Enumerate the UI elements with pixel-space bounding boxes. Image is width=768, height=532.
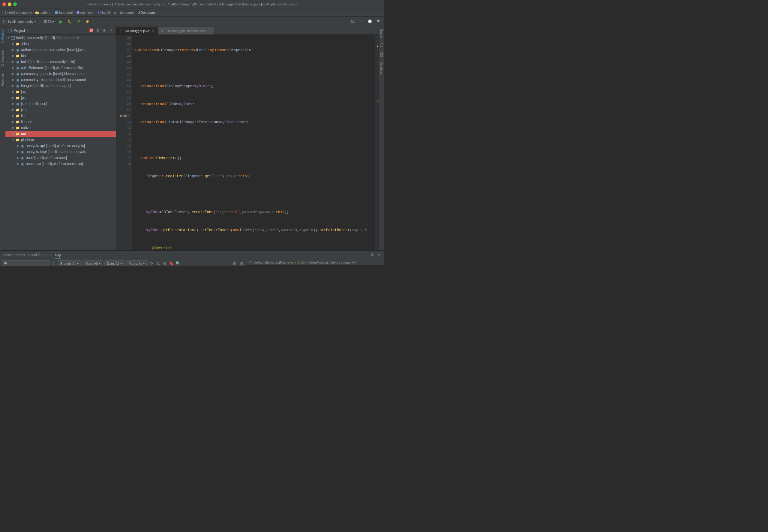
code-content[interactable]: public class UiDebugger extends JPanel i… [132,35,375,250]
paths-filter[interactable]: Paths: All ▾ [126,260,148,266]
sidebar-tab-gradle[interactable]: Gradle [379,26,384,40]
history-button[interactable]: 🕐 [366,18,374,25]
panel-collapse-btn[interactable]: ⊟ [95,28,100,33]
close-button[interactable] [2,2,6,6]
panel-settings-btn[interactable]: ⚙ [102,28,107,33]
sidebar-tab-ant[interactable]: Ant [379,40,384,49]
git-button[interactable]: Git: [348,18,357,25]
bc-debugger[interactable]: debugger [120,11,134,14]
svg-point-2 [76,11,79,14]
user-filter-chevron: ▾ [99,262,100,265]
traffic-lights[interactable] [2,2,17,6]
tab-log[interactable]: Log [55,251,61,259]
minimize-button[interactable] [8,2,11,6]
tree-item-aether[interactable]: ▶ ▣ aether-dependency-resolver [intellij… [5,47,116,53]
tree-item-analysis-api[interactable]: ▶ ▣ analysis-api [intellij.platform.anal… [5,143,116,149]
tree-item-colorschemes[interactable]: ▶ ▣ colorSchemes [intellij.platform.colo… [5,65,116,71]
bc-ui[interactable]: ui [114,11,117,14]
sidebar-tab-project[interactable]: 1: Project [0,26,5,46]
editor-tab-extension[interactable]: J UiDebuggerExtension.java ✕ [158,27,214,34]
java-file-icon: J [120,29,123,33]
bc-intellij[interactable]: intellij [102,11,111,14]
vc-settings-btn[interactable]: ⚙ [369,252,375,258]
vc-expand-btn[interactable]: ⊞ [232,261,237,266]
tree-item-label: community-guitests [intellij.idea.commu [21,72,84,76]
run-icon: ▶ [59,19,63,24]
vc-search-commit-btn[interactable]: 🔍 [175,261,181,266]
gutter-42: 42 [116,125,132,131]
code-line-28: private final JBTabs myTabs; [134,101,375,107]
code-line-27: private final DialogWrapper myDialog; [134,83,375,89]
vc-file-list: ▼ src/com/intellij/testFramework/propert… [246,266,384,266]
tree-item-guitests[interactable]: ▶ ▣ community-guitests [intellij.idea.co… [5,71,116,77]
vc-dir-header[interactable]: ▼ src/com/intellij/testFramework/propert… [246,266,384,266]
panel-chevron[interactable]: ▾ [27,29,28,32]
tree-item-out[interactable]: ▶ 📁 out [5,131,116,137]
vc-close-btn[interactable]: ✕ [376,252,381,258]
tree-item-java[interactable]: ▶ 📁 java [5,89,116,95]
module-icon: ▣ [20,162,25,166]
vc-tag-btn[interactable]: 🔖 [169,261,174,266]
tree-item-bootstrap[interactable]: ▶ ▣ bootstrap [intellij.platform.bootstr… [5,161,116,167]
bc-src[interactable]: src [80,11,85,14]
project-selector[interactable]: intellij-community ▾ [1,18,38,25]
tree-item-label: build [intellij.idea.community.build] [21,60,75,64]
tree-item-label: bootstrap [intellij.platform.bootstrap] [26,162,83,166]
expand-arrow: ▶ [11,126,15,130]
vc-cherry-btn[interactable]: ⇅ [155,261,161,266]
vc-search-input[interactable] [2,260,50,266]
tree-item-label: .idea [21,42,29,46]
editor-scrollbar[interactable] [375,35,378,250]
user-filter[interactable]: User: All ▾ [83,260,103,266]
vc-refresh-btn[interactable]: ↻ [51,261,56,266]
tree-item-analysis-impl[interactable]: ▶ ▣ analysis-impl [intellij.platform.ana… [5,149,116,155]
sidebar-tab-structure[interactable]: 2: Structure [0,46,5,70]
gutter-29: 29 [116,59,132,65]
tree-item-label: colorSchemes [intellij.platform.colorScl [21,66,82,70]
search-everywhere[interactable]: 🔍 [375,18,383,25]
run-config-selector[interactable]: IDEA ▾ [42,18,56,25]
vc-collapse-btn[interactable]: ⊟ [238,261,244,266]
tab-close-btn[interactable]: ✕ [151,29,155,33]
tree-item-build[interactable]: ▶ ▣ build [intellij.idea.community.build… [5,59,116,65]
vc-merge-btn[interactable]: ⊕ [162,261,167,266]
code-line-25: public class UiDebugger extends JPanel i… [134,47,375,53]
bc-lang-impl[interactable]: lang-impl [59,11,73,14]
tree-item-bin[interactable]: ▶ 📁 bin [5,53,116,59]
branch-filter[interactable]: Branch: All ▾ [58,260,82,266]
tree-root[interactable]: ▼ intellij-community [intellij.idea.comm… [5,35,116,41]
tree-item-platform[interactable]: ▼ 📁 platform [5,137,116,143]
tree-item-resources[interactable]: ▶ ▣ community-resources [intellij.idea.c… [5,77,116,83]
profile-button[interactable]: ⚡ [83,18,91,25]
sidebar-tab-cdi[interactable]: CDI [379,49,384,59]
tree-item-jvm[interactable]: ▶ 📁 jvm [5,107,116,113]
sidebar-tab-favorites[interactable]: Favorites [0,70,5,89]
gutter-35: 35 [116,95,132,101]
java-file-icon2: J [161,29,165,33]
run-with-coverage[interactable]: ⏱ [75,18,82,25]
debug-button[interactable]: 🐛 [66,18,74,25]
tree-item-license[interactable]: ▶ 📁 license [5,119,116,125]
panel-locate-btn[interactable]: 🎯 [88,28,94,33]
vc-sync-btn[interactable]: ⟳ [149,261,154,266]
tree-item-idea[interactable]: ▶ 📁 .idea [5,41,116,47]
editor-tab-uidebugger[interactable]: J UiDebugger.java ✕ [116,27,158,34]
panel-close-btn[interactable]: ✕ [108,28,114,33]
tree-item-lib[interactable]: ▶ 📁 lib [5,113,116,119]
tab-close-btn-2[interactable]: ✕ [207,29,211,33]
bc-com[interactable]: com [88,11,94,14]
tree-item-images[interactable]: ▶ ▣ images [intellij.platform.images] [5,83,116,89]
run-button[interactable]: ▶ [58,18,64,25]
tree-item-boot[interactable]: ▶ ▣ boot [intellij.platform.boot] [5,155,116,161]
date-filter[interactable]: Date: All ▾ [104,260,125,266]
tree-item-label: jvm [21,108,27,112]
bc-platform[interactable]: platform [40,11,52,14]
bc-intellij-community[interactable]: intellij-community [7,11,32,14]
commit-button[interactable]: ✓ [358,18,365,25]
tab-local-changes[interactable]: Local Changes [28,252,52,258]
maximize-button[interactable] [13,2,17,6]
sidebar-tab-database[interactable]: Database [379,59,384,77]
tree-item-json[interactable]: ▶ ▣ json [intellij.json] [5,101,116,107]
tree-item-jps[interactable]: ▶ 📁 jps [5,95,116,101]
tree-item-native[interactable]: ▶ 📁 native [5,125,116,131]
